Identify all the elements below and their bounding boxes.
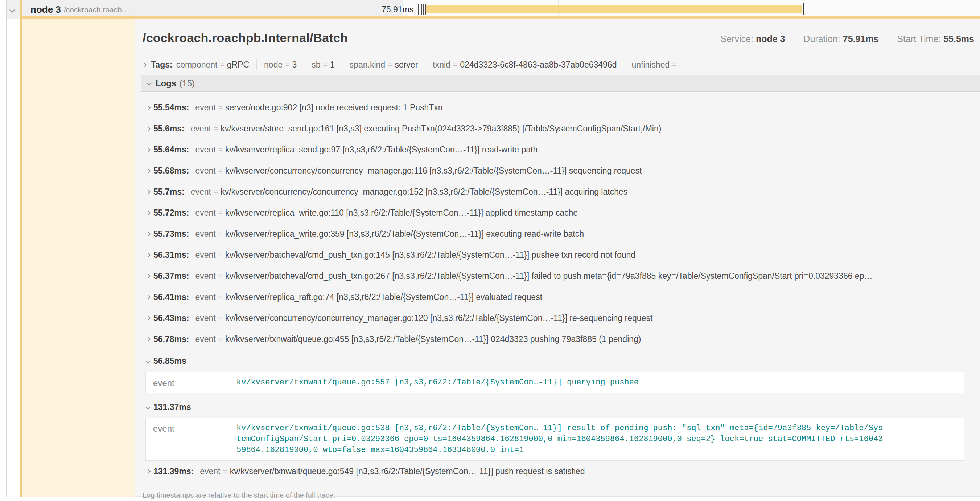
log-row[interactable]: 56.78ms:event=kv/kvserver/txnwait/queue.… — [142, 329, 977, 349]
log-row[interactable]: 56.31ms:event=kv/kvserver/batcheval/cmd_… — [142, 244, 977, 265]
span-detail-area: /cockroach.roachpb.Internal/Batch Servic… — [0, 19, 980, 497]
span-row[interactable]: node 3 /cockroach.roach… 75.91ms — [0, 0, 980, 19]
log-timestamp: 55.54ms: — [153, 103, 189, 113]
log-group-header[interactable]: 56.85ms — [142, 352, 977, 370]
log-field-key: event — [195, 166, 215, 176]
log-row[interactable]: 55.54ms:event=server/node.go:902 [n3] no… — [142, 97, 977, 118]
log-equals: = — [218, 293, 223, 302]
tag-equals: = — [220, 60, 224, 69]
tag-value: server — [395, 60, 418, 70]
chevron-right-icon — [146, 253, 151, 257]
log-equals: = — [218, 314, 223, 322]
chevron-right-icon — [146, 231, 151, 236]
start-time-value: 55.5ms — [943, 34, 974, 44]
log-value: kv/kvserver/replica_write.go:359 [n3,s3,… — [225, 229, 584, 239]
log-row[interactable]: 55.73ms:event=kv/kvserver/replica_write.… — [142, 223, 977, 244]
log-field-key: event — [200, 466, 220, 476]
logs-section-header[interactable]: Logs (15) — [142, 75, 980, 92]
chevron-right-icon — [146, 126, 151, 131]
tag-divider — [304, 59, 304, 70]
tag-equals: = — [285, 60, 290, 69]
chevron-right-icon — [146, 168, 151, 173]
log-timestamp: 55.68ms: — [153, 166, 189, 176]
log-value: kv/kvserver/concurrency/concurrency_mana… — [221, 187, 627, 197]
log-timestamp: 56.37ms: — [153, 271, 189, 281]
tag-value: 3 — [292, 60, 297, 70]
start-time-label: Start Time: — [897, 34, 941, 44]
log-timestamp: 56.85ms — [153, 356, 186, 366]
duration-value: 75.91ms — [843, 34, 879, 44]
chevron-right-icon — [146, 316, 151, 321]
log-row[interactable]: 131.39ms:event=kv/kvserver/txnwait/queue… — [142, 461, 977, 482]
log-timestamp: 56.41ms: — [153, 292, 189, 302]
log-field-key: event — [195, 334, 215, 344]
log-row[interactable]: 56.43ms:event=kv/kvserver/concurrency/co… — [142, 308, 977, 329]
span-end-tick-icon — [803, 3, 804, 15]
log-field-key: event — [195, 313, 215, 323]
header-divider — [143, 58, 980, 58]
log-value: kv/kvserver/concurrency/concurrency_mana… — [225, 166, 642, 176]
chevron-down-icon — [10, 7, 15, 13]
tags-section-header[interactable]: Tags: component=gRPC node=3 sb=1 span.ki… — [143, 59, 980, 70]
log-row[interactable]: 56.37ms:event=kv/kvserver/batcheval/cmd_… — [142, 265, 977, 286]
chevron-right-icon — [146, 211, 151, 215]
log-equals: = — [218, 103, 223, 112]
tag-key: unfinished — [632, 60, 670, 70]
log-value: kv/kvserver/replica_raft.go:74 [n3,s3,r6… — [225, 292, 542, 302]
log-row[interactable]: 55.6ms:event=kv/kvserver/store_send.go:1… — [142, 118, 977, 139]
tag-key: node — [264, 60, 283, 70]
log-timestamp: 55.72ms: — [153, 208, 189, 218]
log-group-header[interactable]: 131.37ms — [142, 398, 977, 416]
log-equals: = — [218, 208, 223, 217]
service-value: node 3 — [756, 34, 785, 44]
log-row[interactable]: 55.68ms:event=kv/kvserver/concurrency/co… — [142, 160, 977, 181]
log-value: server/node.go:902 [n3] node received re… — [225, 103, 443, 113]
log-value: kv/kvserver/txnwait/queue.go:549 [n3,s3,… — [230, 466, 585, 476]
log-row[interactable]: 55.64ms:event=kv/kvserver/replica_send.g… — [142, 139, 977, 160]
log-detail-box: event kv/kvserver/txnwait/queue.go:538 [… — [145, 418, 964, 461]
span-highlight-column — [22, 19, 135, 497]
span-operation-name: /cockroach.roach… — [64, 5, 129, 14]
log-field-key: event — [195, 208, 215, 218]
log-row[interactable]: 56.41ms:event=kv/kvserver/replica_raft.g… — [142, 286, 977, 308]
tag-key: span.kind — [350, 60, 385, 70]
log-value: kv/kvserver/concurrency/concurrency_mana… — [225, 313, 652, 323]
log-timestamp: 131.39ms: — [153, 466, 194, 476]
log-timestamp: 56.31ms: — [153, 250, 189, 260]
tag-divider — [256, 59, 257, 70]
chevron-down-icon — [146, 81, 151, 86]
chevron-right-icon — [146, 469, 151, 474]
chevron-down-icon — [146, 405, 151, 410]
log-field-key: event — [191, 124, 211, 134]
log-timestamp: 131.37ms — [153, 402, 191, 412]
log-field-key: event — [195, 292, 215, 302]
chevron-right-icon — [146, 147, 151, 152]
span-service-name: node 3 — [30, 4, 61, 15]
log-equals: = — [223, 467, 228, 475]
log-list: 55.54ms:event=server/node.go:902 [n3] no… — [142, 92, 977, 482]
log-row[interactable]: 55.72ms:event=kv/kvserver/replica_write.… — [142, 202, 977, 223]
logs-title: Logs — [156, 78, 176, 89]
log-detail-value: kv/kvserver/txnwait/queue.go:538 [n3,s3,… — [237, 423, 883, 456]
page-title: /cockroach.roachpb.Internal/Batch — [143, 31, 348, 45]
duration-label: Duration: — [803, 34, 840, 44]
log-field-key: event — [191, 187, 211, 197]
span-duration-bar[interactable] — [426, 5, 802, 13]
detail-panel-accent-border — [22, 16, 980, 19]
log-timestamp: 55.6ms: — [153, 124, 185, 134]
detail-header: /cockroach.roachpb.Internal/Batch Servic… — [135, 19, 980, 45]
log-row[interactable]: 55.7ms:event=kv/kvserver/concurrency/con… — [142, 181, 977, 202]
logs-footnote: Log timestamps are relative to the start… — [135, 487, 980, 501]
log-timestamp: 56.78ms: — [153, 334, 189, 344]
log-equals: = — [218, 335, 223, 343]
collapse-children-button[interactable] — [10, 7, 14, 13]
log-timestamp: 56.43ms: — [153, 313, 189, 323]
log-field-key: event — [195, 145, 215, 155]
tag-equals: = — [672, 60, 676, 69]
tag-divider — [624, 59, 624, 70]
chevron-right-icon — [146, 190, 151, 194]
log-value: kv/kvserver/replica_write.go:110 [n3,s3,… — [225, 208, 578, 218]
tag-value: 024d3323-6c8f-4863-aa8b-37ab0e63496d — [460, 60, 617, 70]
log-equals: = — [214, 187, 218, 196]
log-equals: = — [218, 271, 223, 280]
